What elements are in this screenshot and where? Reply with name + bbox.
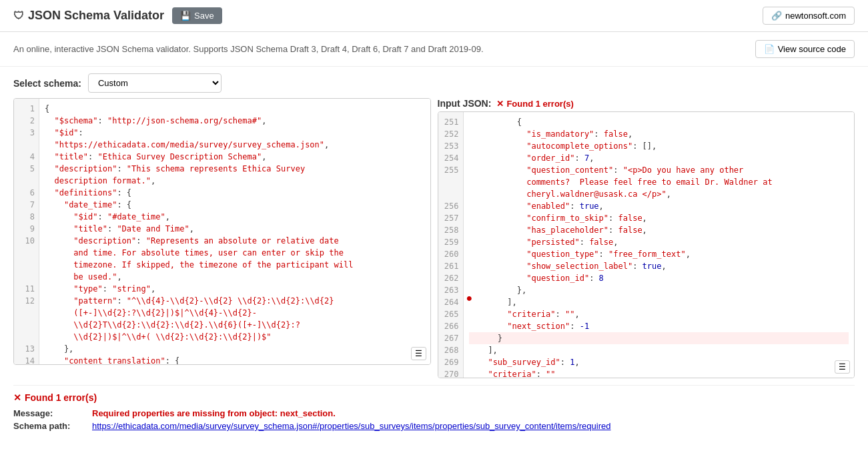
right-editor[interactable]: 251252253254 255 256257258259 2602612622…	[438, 111, 855, 378]
view-source-button[interactable]: 📄 View source code	[755, 40, 855, 58]
error-summary: ✕ Found 1 error(s)	[13, 392, 855, 403]
message-label: Message:	[13, 408, 87, 418]
header-left: 🛡 JSON Schema Validator 💾 Save	[13, 7, 222, 24]
input-json-label: Input JSON:	[438, 98, 492, 109]
schema-row: Select schema: Custom	[13, 73, 855, 93]
shield-icon: 🛡	[13, 10, 24, 22]
newtonsoft-button[interactable]: 🔗 newtonsoft.com	[763, 7, 855, 25]
main-content: Select schema: Custom 123 45 6 78910 111…	[0, 67, 868, 440]
save-button[interactable]: 💾 Save	[172, 7, 222, 24]
right-code-content[interactable]: { "is_mandatory": false, "autocomplete_o…	[464, 112, 855, 378]
right-panel-header: Input JSON: ✕ Found 1 error(s)	[438, 98, 855, 109]
left-expand-button[interactable]: ☰	[411, 347, 426, 360]
subtitle-bar: An online, interactive JSON Schema valid…	[0, 32, 868, 67]
app-title: 🛡 JSON Schema Validator	[13, 9, 164, 23]
editors-row: 123 45 6 78910 1112 13141516 17 1819 { "…	[13, 98, 855, 378]
right-line-numbers: 251252253254 255 256257258259 2602612622…	[438, 112, 464, 378]
schema-path-link[interactable]: https://ethicadata.com/media/survey/surv…	[92, 421, 611, 431]
schema-label: Select schema:	[13, 78, 81, 89]
error-x-icon: ✕	[13, 392, 21, 403]
external-icon: 🔗	[771, 11, 782, 21]
code-icon: 📄	[764, 44, 775, 54]
right-expand-button[interactable]: ☰	[835, 360, 850, 374]
header: 🛡 JSON Schema Validator 💾 Save 🔗 newtons…	[0, 0, 868, 32]
schema-path-label: Schema path:	[13, 421, 87, 431]
message-value: Required properties are missing from obj…	[92, 408, 336, 418]
x-icon: ✕	[496, 99, 504, 109]
schema-path-row: Schema path: https://ethicadata.com/medi…	[13, 421, 855, 431]
left-line-numbers: 123 45 6 78910 1112 13141516 17 1819	[14, 99, 39, 364]
error-marker: ●	[466, 292, 473, 304]
subtitle-text: An online, interactive JSON Schema valid…	[13, 44, 484, 54]
right-panel: Input JSON: ✕ Found 1 error(s) 251252253…	[438, 98, 855, 378]
left-panel: 123 45 6 78910 1112 13141516 17 1819 { "…	[13, 98, 431, 378]
save-icon: 💾	[180, 11, 191, 21]
error-section: ✕ Found 1 error(s) Message: Required pro…	[13, 385, 855, 434]
left-editor[interactable]: 123 45 6 78910 1112 13141516 17 1819 { "…	[13, 98, 431, 365]
left-code-content[interactable]: { "$schema": "http://json-schema.org/sch…	[39, 99, 430, 364]
message-row: Message: Required properties are missing…	[13, 408, 855, 418]
error-badge: ✕ Found 1 error(s)	[496, 99, 573, 109]
newtonsoft-link[interactable]: 🔗 newtonsoft.com	[763, 7, 855, 25]
schema-select[interactable]: Custom	[88, 73, 222, 93]
